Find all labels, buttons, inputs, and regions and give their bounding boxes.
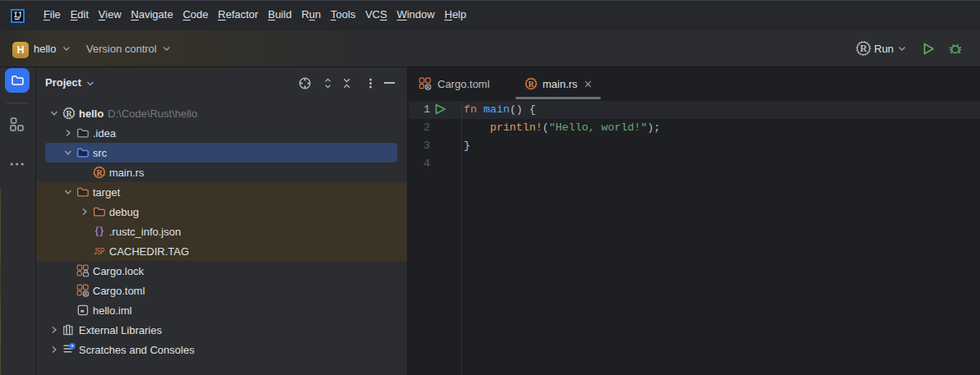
svg-text:R: R xyxy=(426,85,430,89)
svg-text:R: R xyxy=(860,43,868,54)
svg-text:JSP: JSP xyxy=(94,246,105,256)
svg-text:R: R xyxy=(528,80,534,89)
svg-text:R: R xyxy=(96,168,103,177)
svg-text:R: R xyxy=(66,109,72,118)
svg-text:R: R xyxy=(84,291,88,296)
